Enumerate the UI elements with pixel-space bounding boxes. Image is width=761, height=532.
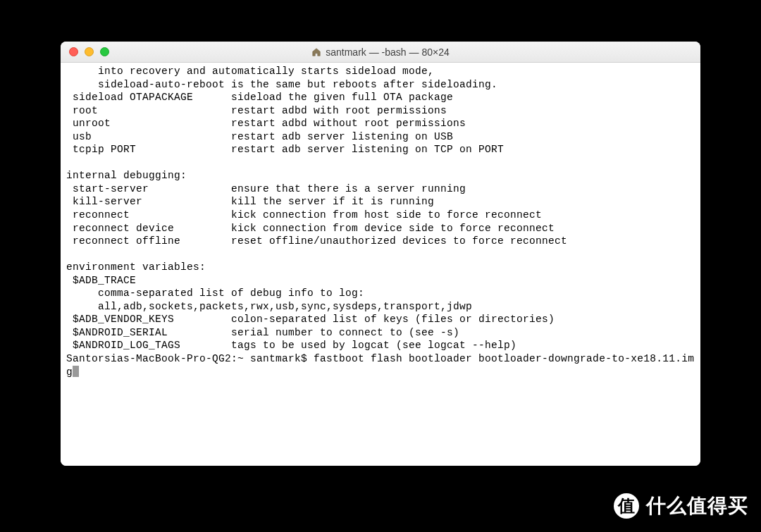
terminal-line: reconnect device kick connection from de…: [66, 222, 695, 235]
terminal-line: $ADB_VENDOR_KEYS colon-separated list of…: [66, 313, 695, 326]
terminal-line: reconnect kick connection from host side…: [66, 209, 695, 222]
terminal-body[interactable]: into recovery and automatically starts s…: [61, 63, 700, 466]
terminal-line: $ANDROID_SERIAL serial number to connect…: [66, 326, 695, 340]
terminal-window: santmark — -bash — 80×24 into recovery a…: [61, 42, 700, 466]
terminal-line: $ANDROID_LOG_TAGS tags to be used by log…: [66, 339, 695, 352]
window-title: santmark — -bash — 80×24: [311, 47, 449, 58]
watermark-text: 什么值得买: [646, 493, 748, 519]
terminal-prompt-line[interactable]: Santorsias-MacBook-Pro-QG2:~ santmark$ f…: [66, 352, 695, 378]
terminal-line: usb restart adb server listening on USB: [66, 130, 695, 144]
terminal-line: kill-server kill the server if it is run…: [66, 195, 695, 209]
terminal-line: sideload OTAPACKAGE sideload the given f…: [66, 91, 695, 104]
terminal-line: tcpip PORT restart adb server listening …: [66, 143, 695, 156]
maximize-button[interactable]: [100, 47, 109, 56]
close-button[interactable]: [69, 47, 78, 56]
watermark-badge-icon: 值: [614, 493, 639, 519]
window-title-text: santmark — -bash — 80×24: [326, 47, 449, 58]
terminal-line: into recovery and automatically starts s…: [66, 65, 695, 78]
terminal-line: [66, 156, 695, 170]
terminal-line: internal debugging:: [66, 169, 695, 183]
terminal-line: comma-separated list of debug info to lo…: [66, 287, 695, 300]
minimize-button[interactable]: [85, 47, 94, 56]
home-icon: [311, 47, 321, 57]
cursor: [73, 366, 79, 377]
terminal-line: start-server ensure that there is a serv…: [66, 183, 695, 196]
terminal-line: [66, 248, 695, 261]
terminal-line: all,adb,sockets,packets,rwx,usb,sync,sys…: [66, 300, 695, 314]
terminal-line: $ADB_TRACE: [66, 274, 695, 287]
titlebar[interactable]: santmark — -bash — 80×24: [61, 42, 700, 63]
terminal-line: unroot restart adbd without root permiss…: [66, 117, 695, 130]
terminal-line: root restart adbd with root permissions: [66, 104, 695, 118]
prompt-text: Santorsias-MacBook-Pro-QG2:~ santmark$: [66, 353, 314, 364]
traffic-lights: [69, 47, 109, 56]
terminal-line: reconnect offline reset offline/unauthor…: [66, 235, 695, 248]
terminal-line: environment variables:: [66, 261, 695, 274]
terminal-line: sideload-auto-reboot is the same but reb…: [66, 78, 695, 92]
watermark: 值 什么值得买: [614, 493, 748, 519]
